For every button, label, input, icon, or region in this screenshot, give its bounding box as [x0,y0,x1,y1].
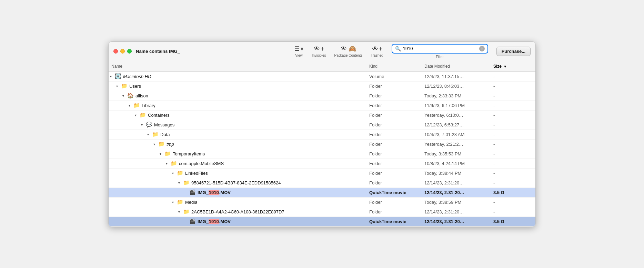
size-cell: - [491,93,525,99]
date-cell: 10/4/23, 7:01:23 AM [422,131,491,138]
table-row[interactable]: ▾ 🏠 allison Folder Today, 2:33:33 PM - [109,91,535,101]
row-expand-chevron[interactable]: ▾ [129,104,133,107]
date-cell: Yesterday, 6:10:0… [422,112,491,118]
traffic-lights [113,49,132,54]
kind-cell: Folder [366,112,422,118]
table-row[interactable]: ▾ 📁 Library Folder 11/9/23, 6:17:06 PM - [109,101,535,111]
extra-cell [525,172,535,174]
date-cell: Yesterday, 2:21:2… [422,141,491,147]
table-row[interactable]: ▾ 📁 Media Folder Today, 3:38:59 PM - [109,198,535,207]
kind-cell: Folder [366,209,422,215]
size-cell: - [491,73,525,80]
extra-cell [525,124,535,125]
maximize-button[interactable] [127,49,132,54]
view-toolbar-item[interactable]: ☰ ▲▼ View [294,45,304,57]
trashed-toolbar-item[interactable]: 👁 ▲▼ Trashed [371,45,383,57]
purchase-button[interactable]: Purchase... [496,47,531,56]
row-expand-chevron[interactable]: ▾ [147,133,152,136]
row-expand-chevron[interactable]: ▾ [122,94,127,98]
date-cell: 12/14/23, 2:31:20… [422,209,491,215]
table-row[interactable]: ▾ 📁 Containers Folder Yesterday, 6:10:0…… [109,111,535,120]
table-row[interactable]: ▾ 📁 Data Folder 10/4/23, 7:01:23 AM - [109,130,535,140]
extra-cell [525,76,535,77]
file-icon: 💽 [115,73,121,79]
extra-cell [525,95,535,96]
row-expand-chevron[interactable]: ▾ [166,162,171,165]
table-row[interactable]: ▾ 💬 Messages Folder 12/12/23, 6:53:27… - [109,120,535,130]
kind-cell: Folder [366,83,422,89]
extra-cell [525,134,535,135]
table-row[interactable]: ▾ 📁 2AC5BE1D-A4A2-4C60-A108-361D22E897D7… [109,207,535,217]
close-button[interactable] [113,49,118,54]
table-row[interactable]: ▾ 📁 95846721-515D-4B87-834E-2EDD91585624… [109,178,535,188]
col-header-size[interactable]: Size ▼ [491,63,525,70]
row-expand-chevron[interactable]: ▾ [110,75,115,78]
row-expand-chevron[interactable]: ▾ [160,152,164,156]
table-row[interactable]: ▾ 📁 LinkedFiles Folder Today, 3:38:44 PM… [109,169,535,178]
table-row[interactable]: ▾ 📁 com.apple.MobileSMS Folder 10/8/23, … [109,159,535,169]
row-expand-chevron[interactable]: ▾ [172,200,177,204]
size-cell: - [491,160,525,167]
search-input[interactable] [403,46,477,51]
row-expand-chevron[interactable]: ▾ [135,113,140,117]
table-row[interactable]: ▾ 💽 Macintosh HD Volume 12/4/23, 11:37:1… [109,72,535,82]
file-icon: 📁 [133,102,140,108]
table-row[interactable]: ▸ 🎬 IMG_1910.MOV QuickTime movie 12/14/2… [109,217,535,227]
invisibles-toolbar-item[interactable]: 👁 ▲▼ Invisibles [312,45,326,57]
date-cell: 12/14/23, 2:31:20… [422,180,491,186]
file-name: Library [142,103,155,108]
file-icon: 📁 [177,199,183,205]
file-name: 95846721-515D-4B87-834E-2EDD91585624 [191,180,281,185]
minimize-button[interactable] [120,49,125,54]
kind-cell: Folder [366,141,422,147]
date-cell: 10/8/23, 4:24:14 PM [422,160,491,167]
row-expand-chevron[interactable]: ▾ [178,181,183,185]
col-header-name[interactable]: Name [109,63,366,70]
file-name: LinkedFiles [185,171,208,176]
search-clear-button[interactable]: ✕ [479,46,485,51]
titlebar: Name contains IMG_ ☰ ▲▼ View 👁 ▲▼ Invisi… [109,42,535,61]
file-name: Data [160,132,170,137]
file-name: IMG_1910.MOV [198,190,231,195]
date-cell: 12/14/23, 2:31:20… [422,189,491,196]
extra-cell [525,163,535,164]
col-header-date[interactable]: Date Modified [422,63,491,70]
table-row[interactable]: ▾ 📁 tmp Folder Yesterday, 2:21:2… - [109,140,535,149]
size-cell: - [491,83,525,89]
size-cell: - [491,199,525,205]
kind-cell: QuickTime movie [366,218,422,225]
row-expand-chevron[interactable]: ▾ [153,142,158,146]
file-icon: 📁 [177,170,183,176]
toolbar: ☰ ▲▼ View 👁 ▲▼ Invisibles 👁 🙈 Pack [294,44,531,59]
file-name: Users [129,84,141,89]
file-list: ▾ 💽 Macintosh HD Volume 12/4/23, 11:37:1… [109,72,535,227]
file-name: TemporaryItems [173,151,205,156]
date-cell: Today, 3:38:44 PM [422,170,491,176]
filename-suffix: .MOV [219,219,231,224]
extra-cell [525,85,535,87]
package-contents-toolbar-item[interactable]: 👁 🙈 Package Contents [334,45,363,57]
extra-cell [525,211,535,212]
file-icon: 📁 [171,160,177,166]
filter-search-group: 🔍 ✕ Filter [392,44,488,59]
table-row[interactable]: ▸ 🎬 IMG_1910.MOV QuickTime movie 12/14/2… [109,188,535,198]
row-expand-chevron[interactable]: ▾ [178,210,183,214]
filename-highlight: 1910 [209,219,219,224]
table-row[interactable]: ▾ 📁 Users Folder 12/12/23, 8:46:03… - [109,82,535,91]
table-row[interactable]: ▾ 📁 TemporaryItems Folder Today, 3:35:53… [109,149,535,159]
file-icon: 📁 [140,112,146,118]
size-cell: - [491,112,525,118]
file-name: Messages [154,122,174,127]
col-header-kind[interactable]: Kind [366,63,422,70]
size-cell: - [491,209,525,215]
file-icon: 📁 [152,131,159,137]
size-cell: - [491,151,525,157]
window-title: Name contains IMG_ [136,49,180,54]
file-icon: 🏠 [127,93,134,99]
search-box[interactable]: 🔍 ✕ [392,44,488,54]
row-expand-chevron[interactable]: ▾ [172,171,177,175]
row-expand-chevron[interactable]: ▾ [116,84,121,88]
date-cell: 12/12/23, 8:46:03… [422,83,491,89]
row-expand-chevron[interactable]: ▾ [141,123,146,127]
main-window: Name contains IMG_ ☰ ▲▼ View 👁 ▲▼ Invisi… [108,41,536,227]
